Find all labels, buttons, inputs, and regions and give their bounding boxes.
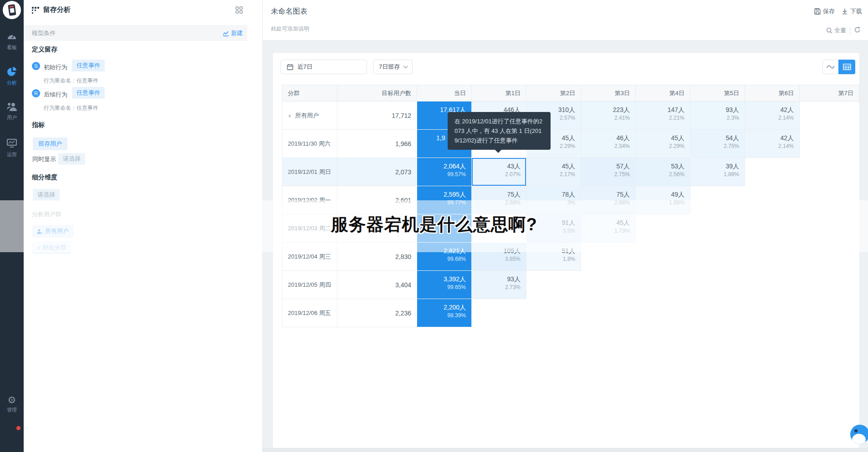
chart-title[interactable]: 未命名图表 [271,7,307,16]
retention-cell[interactable]: 54人2.75% [690,130,745,158]
cell-value: 75人 [472,190,521,199]
section-define-retention: 定义留存 [32,46,57,54]
cell-value: 2,821人 [417,247,466,255]
download-button[interactable]: 下载 [842,7,862,15]
group-cell[interactable]: 2019/11/30 周六 [282,130,337,158]
empty-cell [636,243,690,271]
retention-cell[interactable]: 45人2.17% [526,158,581,186]
compare-cohort-button[interactable]: + 对比分群 [32,241,71,254]
retention-cell[interactable]: 57人2.75% [581,158,636,186]
cell-percent: 99.68% [417,255,466,263]
help-mascot-button[interactable] [850,425,868,444]
sidebar-item-label: 分析 [0,80,24,86]
table-row: 2019/12/01 周日2,0732,064人99.57%43人2.07%45… [282,158,859,186]
start-event-chip[interactable]: 任意事件 [72,60,105,71]
save-button[interactable]: 保存 [814,7,835,15]
retention-cell[interactable]: 2,821人99.68% [417,243,472,271]
retention-cell[interactable]: 46人2.34% [581,130,636,158]
cell-value: 78人 [526,190,575,199]
retained-users-chip[interactable]: 留存用户 [33,137,67,150]
retention-cell[interactable]: 109人3.85% [472,243,526,271]
section-dimension: 细分维度 [32,173,57,182]
retention-cell[interactable]: 78人3% [526,186,581,214]
empty-cell [745,158,800,186]
cell-value: 42人 [745,134,794,142]
table-header-cell: 第3日 [581,85,636,102]
empty-cell [472,299,526,327]
sidebar-item-label: 用户 [0,114,24,121]
return-rename-text: 行为重命名：任意事件 [44,104,98,112]
retention-cell[interactable]: 75人2.88% [581,186,636,214]
expand-chevron-icon[interactable]: ∨ [288,113,291,118]
retention-cell[interactable]: 53人2.56% [636,158,690,186]
view-toggle-line-chart[interactable] [822,60,839,74]
retention-cell[interactable]: 3,392人99.65% [417,271,472,299]
cell-percent: 2.75% [690,142,739,150]
retention-window-select[interactable]: 7日留存 [373,60,413,74]
apps-grid-icon[interactable] [235,6,243,15]
full-volume-button[interactable]: 全量 [826,26,846,35]
sidebar-item-label: 看板 [0,44,24,51]
group-cell[interactable]: 2019/12/05 周四 [282,271,337,299]
table-header-cell: 第6日 [745,85,800,102]
retention-cell[interactable]: 42人2.14% [745,130,800,158]
group-cell[interactable]: 2019/12/06 周五 [282,299,337,327]
group-label: 2019/11/30 周六 [288,140,331,147]
simultaneous-select[interactable]: 请选择 [58,153,85,165]
chart-subtitle[interactable]: 此处可添加说明 [271,25,309,33]
retention-cell[interactable]: 93人2.73% [472,271,526,299]
table-header-cell: 当日 [417,85,472,102]
date-range-input[interactable]: 近7日 [281,60,367,74]
sidebar-item-analysis[interactable]: 分析 [0,66,24,86]
retention-cell[interactable]: 42人2.14% [745,102,800,130]
retention-table: 分群目标用户数当日第1日第2日第3日第4日第5日第6日第7日∨所有用户17,71… [282,85,859,327]
refresh-icon[interactable] [854,26,861,35]
group-label: 2019/12/04 周三 [288,253,331,260]
retention-cell[interactable]: 223人2.41% [581,102,636,130]
retention-cell[interactable]: 2,200人98.39% [417,299,472,327]
sidebar-item-operations[interactable]: 运营 [0,138,24,158]
empty-cell [690,243,745,271]
cell-value: 45人 [526,162,575,171]
sidebar-item-dashboard[interactable]: 看板 [0,32,24,51]
retention-cell[interactable]: 93人2.3% [690,102,745,130]
group-cell[interactable]: 2019/12/04 周三 [282,243,337,271]
retention-cell[interactable]: 2,595人99.77% [417,186,472,214]
app-logo[interactable] [3,1,21,19]
cell-value: 223人 [581,106,630,114]
cell-percent: 2.88% [472,199,521,207]
cell-value: 51人 [526,247,575,255]
retention-cell[interactable]: 51人1.8% [526,243,581,271]
retention-cell[interactable]: 75人2.88% [472,186,526,214]
retention-cell[interactable]: 39人1.88% [690,158,745,186]
group-label: 2019/12/01 周日 [288,168,331,175]
table-header-cell: 第5日 [690,85,745,102]
group-label: 2019/12/02 周一 [288,197,331,203]
sidebar-item-admin[interactable]: ⚙ 管理 [0,395,24,413]
search-icon [826,27,832,34]
return-event-chip[interactable]: 任意事件 [72,87,105,99]
retention-cell[interactable]: 45人2.29% [636,130,690,158]
table-row: 2019/12/04 周三2,8302,821人99.68%109人3.85%5… [282,243,859,271]
table-header-cell: 第1日 [472,85,526,102]
retention-cell[interactable]: 49人1.88% [636,186,690,214]
empty-cell [690,299,745,327]
view-toggle-table[interactable] [838,60,855,74]
empty-cell [745,271,800,299]
sidebar-item-users[interactable]: 用户 [0,102,24,121]
group-cell[interactable]: 2019/12/02 周一 [282,186,337,214]
group-cell[interactable]: 2019/12/01 周日 [282,158,337,186]
retention-cell[interactable]: 147人2.21% [636,102,690,130]
retention-cell[interactable]: 43人2.07% [472,158,526,186]
empty-cell [800,186,859,214]
dimension-select[interactable]: 请选择 [33,189,60,201]
cell-percent: 3% [526,199,575,207]
group-cell[interactable]: ∨所有用户 [282,102,337,130]
empty-cell [800,271,859,299]
empty-cell [690,186,745,214]
new-chart-button[interactable]: 新建 [223,29,243,37]
table-header-cell: 目标用户数 [337,85,417,102]
retention-cell[interactable]: 2,064人99.57% [417,158,472,186]
cell-value: 93人 [690,106,739,114]
table-row: 2019/12/05 周四3,4043,392人99.65%93人2.73% [282,271,859,299]
